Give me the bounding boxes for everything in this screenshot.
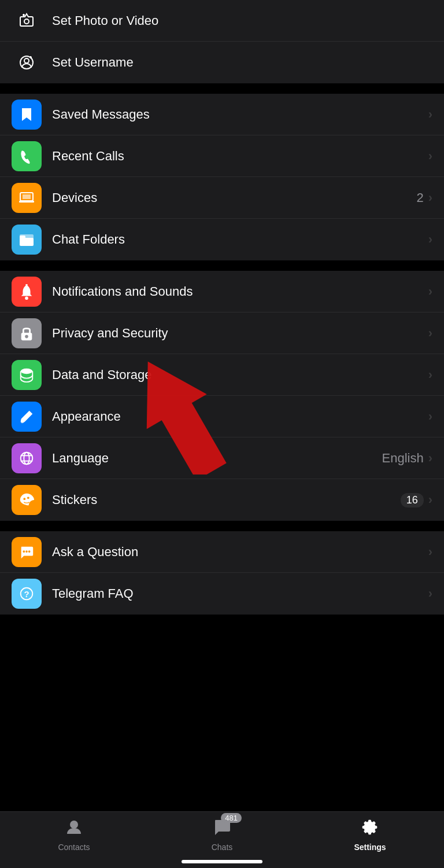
- laptop-icon: [12, 183, 42, 213]
- section-help: Ask a Question › ? Telegram FAQ ›: [0, 531, 444, 615]
- svg-point-4: [24, 58, 29, 63]
- recent-calls-item[interactable]: Recent Calls ›: [0, 135, 444, 177]
- bookmark-icon: [12, 100, 42, 130]
- notifications-item[interactable]: Notifications and Sounds ›: [0, 271, 444, 312]
- appearance-label: Appearance: [52, 409, 428, 424]
- contacts-tab-icon: [65, 818, 83, 840]
- devices-value: 2: [416, 190, 423, 205]
- globe-icon: [12, 443, 42, 473]
- ask-question-label: Ask a Question: [52, 545, 428, 560]
- settings-tab-label: Settings: [354, 843, 386, 852]
- chevron-folders: ›: [428, 232, 432, 247]
- chevron-data: ›: [428, 367, 432, 382]
- chats-tab-icon: 481: [213, 818, 231, 840]
- saved-messages-label: Saved Messages: [52, 107, 428, 122]
- devices-item[interactable]: Devices 2 ›: [0, 177, 444, 219]
- divider-1: [0, 83, 444, 94]
- chevron-stickers: ›: [428, 492, 432, 507]
- svg-point-31: [70, 821, 78, 829]
- stickers-item[interactable]: Stickers 16 ›: [0, 479, 444, 521]
- svg-rect-9: [19, 201, 34, 203]
- svg-point-16: [25, 334, 28, 338]
- chat-folders-label: Chat Folders: [52, 232, 428, 247]
- question-icon: ?: [12, 579, 42, 609]
- svg-point-24: [27, 496, 29, 499]
- svg-rect-14: [25, 284, 28, 285]
- data-icon: [12, 360, 42, 390]
- svg-point-0: [24, 19, 29, 24]
- bell-icon: [12, 277, 42, 307]
- contacts-tab-label: Contacts: [58, 843, 90, 852]
- set-username-item[interactable]: Set Username: [0, 42, 444, 83]
- devices-label: Devices: [52, 190, 416, 205]
- chevron-notifications: ›: [428, 284, 432, 299]
- chats-tab-label: Chats: [212, 843, 233, 852]
- bottom-spacer: [0, 615, 444, 638]
- svg-point-20: [24, 452, 29, 464]
- folders-icon: [12, 225, 42, 255]
- svg-point-25: [23, 550, 25, 553]
- top-section: Set Photo or Video Set Username: [0, 0, 444, 83]
- settings-tab-icon: [361, 818, 379, 840]
- recent-calls-label: Recent Calls: [52, 149, 428, 164]
- chat-folders-item[interactable]: Chat Folders ›: [0, 219, 444, 260]
- ask-question-item[interactable]: Ask a Question ›: [0, 531, 444, 573]
- stickers-badge: 16: [401, 493, 424, 507]
- tab-contacts[interactable]: Contacts: [45, 818, 103, 852]
- svg-text:?: ?: [24, 589, 29, 599]
- set-photo-item[interactable]: Set Photo or Video: [0, 0, 444, 42]
- chevron-question: ›: [428, 545, 432, 560]
- set-username-label: Set Username: [52, 55, 134, 70]
- chevron-saved: ›: [428, 107, 432, 122]
- phone-icon: [12, 141, 42, 171]
- camera-add-icon: [12, 6, 42, 36]
- section-messages: Saved Messages › Recent Calls › Device: [0, 94, 444, 260]
- section-settings: Notifications and Sounds › Privacy and S…: [0, 271, 444, 521]
- notifications-label: Notifications and Sounds: [52, 284, 428, 299]
- language-item[interactable]: Language English ›: [0, 437, 444, 479]
- divider-3: [0, 521, 444, 531]
- chevron-privacy: ›: [428, 326, 432, 341]
- language-label: Language: [52, 451, 382, 466]
- svg-rect-12: [20, 234, 34, 240]
- data-storage-label: Data and Storage: [52, 367, 428, 382]
- svg-point-27: [28, 550, 31, 553]
- telegram-faq-label: Telegram FAQ: [52, 586, 428, 601]
- chevron-appearance: ›: [428, 409, 432, 424]
- svg-point-19: [21, 452, 33, 464]
- chevron-devices: ›: [428, 190, 432, 205]
- telegram-faq-item[interactable]: ? Telegram FAQ ›: [0, 573, 444, 615]
- privacy-label: Privacy and Security: [52, 326, 428, 341]
- data-storage-item[interactable]: Data and Storage ›: [0, 354, 444, 396]
- chevron-faq: ›: [428, 586, 432, 601]
- saved-messages-item[interactable]: Saved Messages ›: [0, 94, 444, 135]
- lock-icon: [12, 318, 42, 348]
- language-value: English: [382, 451, 424, 466]
- chevron-language: ›: [428, 451, 432, 466]
- svg-point-13: [25, 296, 28, 300]
- chat-icon: [12, 537, 42, 567]
- set-photo-label: Set Photo or Video: [52, 13, 158, 28]
- appearance-item[interactable]: Appearance ›: [0, 396, 444, 437]
- svg-point-26: [25, 550, 28, 553]
- tab-chats[interactable]: 481 Chats: [193, 818, 251, 852]
- svg-point-17: [21, 368, 33, 373]
- username-add-icon: [12, 47, 42, 78]
- privacy-item[interactable]: Privacy and Security ›: [0, 312, 444, 354]
- stickers-label: Stickers: [52, 492, 401, 507]
- brush-icon: [12, 402, 42, 432]
- tab-settings[interactable]: Settings: [341, 818, 399, 852]
- svg-point-23: [23, 498, 25, 500]
- sticker-icon: [12, 485, 42, 515]
- divider-2: [0, 260, 444, 271]
- home-indicator: [182, 860, 262, 863]
- chevron-calls: ›: [428, 149, 432, 164]
- svg-rect-8: [23, 194, 31, 199]
- chats-badge: 481: [221, 813, 242, 823]
- svg-point-18: [21, 420, 24, 423]
